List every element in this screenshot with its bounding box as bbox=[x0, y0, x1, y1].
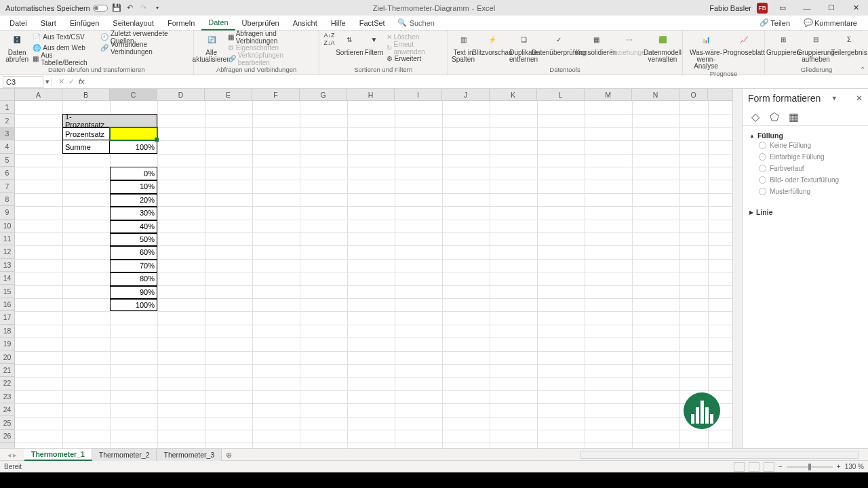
maximize-button[interactable]: ☐ bbox=[822, 0, 841, 16]
cell-c11[interactable]: 50% bbox=[111, 233, 157, 245]
cell-b2[interactable]: 1-Prozentsatz bbox=[63, 115, 109, 127]
col-header-f[interactable]: F bbox=[252, 89, 300, 100]
row-header-11[interactable]: 11 bbox=[0, 232, 14, 245]
row-header-12[interactable]: 12 bbox=[0, 245, 14, 258]
sort-az-icon[interactable]: A↓Z bbox=[323, 32, 334, 39]
daten-abrufen-button[interactable]: 🗄️ Daten abrufen bbox=[4, 32, 30, 63]
cell-c7[interactable]: 10% bbox=[111, 180, 157, 192]
col-header-e[interactable]: E bbox=[205, 89, 252, 100]
col-header-h[interactable]: H bbox=[347, 89, 395, 100]
row-header-22[interactable]: 22 bbox=[0, 377, 14, 390]
row-header-16[interactable]: 16 bbox=[0, 298, 14, 311]
alle-aktualisieren-button[interactable]: 🔄 Alle aktualisieren bbox=[198, 32, 225, 63]
cell-c13[interactable]: 70% bbox=[111, 260, 157, 272]
comments-button[interactable]: 💬Kommentare bbox=[798, 18, 863, 27]
cell-c12[interactable]: 60% bbox=[111, 246, 157, 258]
autosave-toggle[interactable]: Automatisches Speichern bbox=[5, 4, 108, 12]
cell-b3[interactable]: Prozentsatz bbox=[63, 128, 109, 140]
row-header-19[interactable]: 19 bbox=[0, 338, 14, 350]
fill-gradient-radio[interactable]: Farbverlauf bbox=[749, 163, 861, 174]
cell-c14[interactable]: 80% bbox=[111, 272, 157, 285]
col-header-a[interactable]: A bbox=[15, 89, 62, 100]
vorhandene-verbindungen-button[interactable]: 🔗Vorhandene Verbindungen bbox=[100, 43, 189, 53]
tab-datei[interactable]: Datei bbox=[3, 16, 34, 30]
col-header-b[interactable]: B bbox=[62, 89, 110, 100]
select-all-corner[interactable] bbox=[0, 89, 15, 101]
save-icon[interactable]: 💾 bbox=[112, 3, 121, 13]
zoom-in-button[interactable]: + bbox=[837, 463, 841, 470]
col-header-m[interactable]: M bbox=[585, 89, 632, 100]
tab-ueberpruefen[interactable]: Überprüfen bbox=[235, 16, 286, 30]
row-header-23[interactable]: 23 bbox=[0, 390, 14, 403]
row-header-18[interactable]: 18 bbox=[0, 325, 14, 338]
user-avatar[interactable]: FB bbox=[757, 3, 768, 14]
cells-area[interactable]: 1-Prozentsatz Prozentsatz Summe 100% 0%1… bbox=[15, 101, 732, 448]
tab-einfuegen[interactable]: Einfügen bbox=[63, 16, 106, 30]
vertical-scrollbar[interactable] bbox=[732, 89, 742, 448]
fill-none-radio[interactable]: Keine Füllung bbox=[749, 140, 861, 151]
sort-za-icon[interactable]: Z↓A bbox=[323, 39, 334, 46]
aus-tabelle-button[interactable]: ▦Aus Tabelle/Bereich bbox=[33, 54, 98, 64]
abfragen-verbindungen-button[interactable]: ▦Abfragen und Verbindungen bbox=[228, 32, 315, 42]
panel-close-icon[interactable]: ✕ bbox=[856, 94, 863, 103]
minimize-button[interactable]: — bbox=[797, 0, 816, 16]
row-header-14[interactable]: 14 bbox=[0, 272, 14, 285]
row-header-25[interactable]: 25 bbox=[0, 416, 14, 429]
row-header-5[interactable]: 5 bbox=[0, 154, 14, 167]
page-layout-view-button[interactable] bbox=[749, 462, 760, 472]
tab-daten[interactable]: Daten bbox=[201, 16, 235, 30]
name-box[interactable]: C3 bbox=[3, 76, 43, 88]
prognoseblatt-button[interactable]: 📈Prognoseblatt bbox=[728, 32, 760, 56]
cell-c15[interactable]: 90% bbox=[111, 286, 157, 298]
cell-c8[interactable]: 20% bbox=[111, 194, 157, 206]
row-header-17[interactable]: 17 bbox=[0, 311, 14, 324]
col-header-k[interactable]: K bbox=[490, 89, 537, 100]
gruppierung-aufheben-button[interactable]: ⊟Gruppierung aufheben bbox=[800, 32, 831, 63]
qat-dropdown-icon[interactable]: ▾ bbox=[153, 3, 162, 13]
zoom-slider[interactable] bbox=[787, 466, 833, 468]
teilergebnis-button[interactable]: ΣTeilergebnis bbox=[834, 32, 864, 56]
search-box[interactable]: 🔍 Suchen bbox=[397, 18, 435, 27]
konsolidieren-button[interactable]: ▦Konsolidieren bbox=[580, 32, 612, 56]
duplikate-entfernen-button[interactable]: ❏Duplikate entfernen bbox=[510, 32, 537, 63]
row-header-9[interactable]: 9 bbox=[0, 206, 14, 219]
fill-picture-radio[interactable]: Bild- oder Texturfüllung bbox=[749, 174, 861, 186]
tab-start[interactable]: Start bbox=[34, 16, 63, 30]
ribbon-options-icon[interactable]: ▭ bbox=[773, 0, 792, 16]
datenmodell-button[interactable]: 🟩Datenmodell verwalten bbox=[647, 32, 678, 63]
fuellung-section[interactable]: ▲Füllung bbox=[749, 131, 861, 140]
cell-c4[interactable]: 100% bbox=[111, 141, 157, 153]
col-header-c[interactable]: C bbox=[110, 89, 157, 100]
zoom-level[interactable]: 130 % bbox=[845, 463, 864, 470]
horizontal-scrollbar[interactable] bbox=[580, 451, 859, 459]
row-header-15[interactable]: 15 bbox=[0, 285, 14, 298]
fill-pattern-radio[interactable]: Musterfüllung bbox=[749, 186, 861, 197]
namebox-dropdown-icon[interactable]: ▾ bbox=[43, 77, 52, 86]
sheet-tab-1[interactable]: Thermometer_1 bbox=[24, 449, 92, 461]
row-header-2[interactable]: 2 bbox=[0, 114, 14, 127]
sheet-nav[interactable]: ◂ ▸ bbox=[0, 451, 24, 459]
row-header-7[interactable]: 7 bbox=[0, 180, 14, 192]
sortieren-button[interactable]: ⇅ Sortieren bbox=[337, 32, 361, 56]
user-name[interactable]: Fabio Basler bbox=[709, 4, 751, 12]
row-header-8[interactable]: 8 bbox=[0, 193, 14, 206]
linie-section[interactable]: ▶Linie bbox=[749, 208, 861, 216]
filtern-button[interactable]: ▼ Filtern bbox=[364, 32, 383, 56]
fill-line-tab-icon[interactable]: ◇ bbox=[749, 110, 762, 123]
col-header-j[interactable]: J bbox=[442, 89, 490, 100]
tab-seitenlayout[interactable]: Seitenlayout bbox=[106, 16, 161, 30]
size-tab-icon[interactable]: ▦ bbox=[787, 110, 800, 123]
col-header-l[interactable]: L bbox=[537, 89, 585, 100]
cell-b4[interactable]: Summe bbox=[63, 141, 109, 153]
toggle-off-icon[interactable] bbox=[93, 5, 108, 12]
page-break-view-button[interactable] bbox=[764, 462, 774, 472]
fill-handle[interactable] bbox=[155, 138, 159, 142]
col-header-d[interactable]: D bbox=[157, 89, 205, 100]
row-header-20[interactable]: 20 bbox=[0, 350, 14, 363]
cell-c6[interactable]: 0% bbox=[111, 167, 157, 180]
text-in-spalten-button[interactable]: ▥Text in Spalten bbox=[452, 32, 475, 63]
redo-icon[interactable]: ↷ bbox=[139, 3, 149, 13]
row-header-6[interactable]: 6 bbox=[0, 167, 14, 180]
row-header-13[interactable]: 13 bbox=[0, 259, 14, 272]
sheet-tab-2[interactable]: Thermometer_2 bbox=[92, 449, 157, 461]
